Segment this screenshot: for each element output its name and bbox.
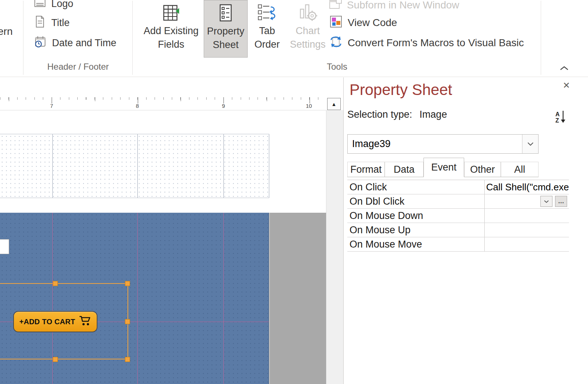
value-dropdown-button[interactable] [540,196,552,207]
selection-handle[interactable] [125,281,130,286]
add-to-cart-label: +ADD TO CART [19,318,75,326]
horizontal-ruler: 7 8 9 10 [0,97,326,110]
layout-guide-line [223,213,224,384]
object-selector-combobox[interactable]: Image39 [347,134,539,154]
scroll-up-button[interactable]: ▲ [327,98,341,110]
ribbon-partial-label: ern [0,26,12,37]
logo-button[interactable]: Logo [34,0,73,12]
access-form-design-window: ern Logo T [0,0,588,384]
add-existing-fields-button[interactable]: Add Existing Fields [142,0,200,58]
selection-handle[interactable] [125,319,130,324]
ribbon: ern Logo T [0,0,588,77]
property-sheet-icon [217,2,234,25]
selection-handle[interactable] [125,357,130,362]
tab-data[interactable]: Data [385,162,424,177]
ruler-number: 9 [220,103,227,109]
property-sheet-button[interactable]: Property Sheet [204,0,248,58]
scroll-up-icon: ▲ [332,101,337,107]
title-button[interactable]: Title [34,15,70,31]
tab-all[interactable]: All [501,162,539,177]
property-value-on-click[interactable]: Call Shell("cmd.exe [485,180,569,194]
tab-order-label: Tab Order [251,24,284,51]
chevron-down-icon [527,142,534,146]
logo-label: Logo [51,0,73,10]
convert-macros-button[interactable]: Convert Form's Macros to Visual Basic [329,35,524,51]
add-existing-fields-label: Add Existing Fields [142,24,200,51]
canvas-outside-area [270,213,326,384]
property-tabs: Format Data Event Other All [347,158,539,177]
add-existing-fields-icon [162,1,181,24]
sort-arrow-icon [561,110,566,125]
property-name[interactable]: On Click [347,180,485,194]
grid-guide-line [137,134,138,198]
property-sheet-button-label: Property Sheet [204,25,247,52]
close-icon: ✕ [563,80,570,91]
ruler-number: 10 [306,103,312,109]
subform-in-new-window-button: Subform in New Window [329,0,459,13]
tab-event[interactable]: Event [424,158,464,177]
tab-order-icon [257,1,277,24]
chart-settings-label: Chart Settings [289,24,327,51]
selection-type-value: Image [419,109,447,120]
property-row-on-dbl-click: On Dbl Click … [347,194,569,209]
date-and-time-label: Date and Time [52,37,117,49]
cart-icon [79,315,91,328]
close-button[interactable]: ✕ [561,80,572,91]
property-value-on-dbl-click[interactable]: … [485,194,569,208]
ribbon-group-separator [541,1,541,75]
header-footer-group-label: Header / Footer [23,62,133,72]
vertical-scrollbar-track[interactable] [326,110,343,384]
logo-icon [34,0,46,11]
on-click-value: Call Shell("cmd.exe [485,182,569,193]
section-right-edge [269,134,269,198]
chevron-up-icon [559,65,569,73]
property-grid: On Click Call Shell("cmd.exe On Dbl Clic… [347,180,569,252]
tools-group-label: Tools [300,62,374,72]
property-row-on-mouse-up: On Mouse Up [347,223,569,237]
collapse-ribbon-button[interactable] [557,63,572,75]
view-code-label: View Code [348,17,397,29]
tab-format[interactable]: Format [347,162,385,177]
tab-order-button[interactable]: Tab Order [251,0,284,58]
layout-guide-line [137,213,138,384]
chart-settings-icon [297,1,318,24]
title-icon [34,15,46,30]
property-row-on-mouse-move: On Mouse Move [347,237,569,252]
selection-handle[interactable] [53,281,58,286]
form-header-section[interactable] [0,134,269,198]
view-code-icon [329,15,343,31]
property-value-on-mouse-move[interactable] [485,237,569,251]
property-row-on-click: On Click Call Shell("cmd.exe [347,180,569,194]
ruler-number: 7 [48,103,55,109]
property-name[interactable]: On Mouse Move [347,237,485,251]
date-and-time-button[interactable]: Date and Time [34,35,117,51]
chevron-down-icon [544,200,549,203]
az-sort-icon: AZ [555,111,560,124]
property-value-on-mouse-down[interactable] [485,209,569,223]
title-label: Title [51,17,70,29]
builder-button[interactable]: … [555,196,567,207]
convert-macros-label: Convert Form's Macros to Visual Basic [348,37,524,49]
ruler-number: 8 [134,103,141,109]
selection-type-label: Selection type: [347,109,412,120]
selection-handle[interactable] [53,357,58,362]
form-design-canvas[interactable]: 7 8 9 10 ▲ [0,77,343,384]
object-selector-dropdown-button[interactable] [522,135,538,153]
property-name[interactable]: On Dbl Click [347,194,485,208]
property-row-on-mouse-down: On Mouse Down [347,209,569,223]
property-name[interactable]: On Mouse Down [347,209,485,223]
chart-settings-button: Chart Settings [289,0,327,58]
partial-control[interactable] [0,239,9,254]
subform-new-window-icon [329,0,342,12]
object-selector-value: Image39 [348,138,522,150]
tab-other[interactable]: Other [464,162,501,177]
property-value-on-mouse-up[interactable] [485,223,569,237]
view-code-button[interactable]: View Code [329,15,397,31]
property-sheet-panel: ✕ Property Sheet Selection type:Image AZ… [343,77,588,384]
grid-guide-line [223,134,224,198]
property-name[interactable]: On Mouse Up [347,223,485,237]
date-time-icon [34,35,47,51]
add-to-cart-image-button[interactable]: +ADD TO CART [13,311,97,332]
sort-az-button[interactable]: AZ [555,110,566,125]
convert-macros-icon [329,35,343,51]
